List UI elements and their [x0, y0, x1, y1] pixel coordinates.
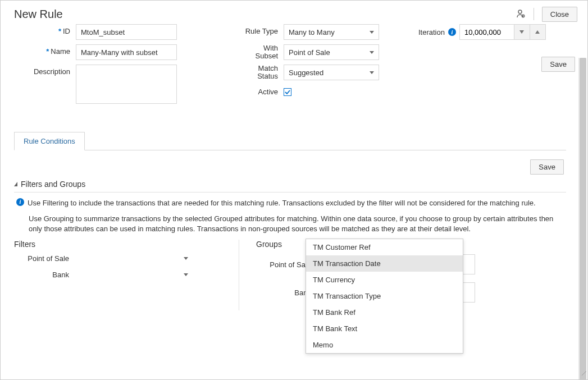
filter-pos-select[interactable] [76, 257, 188, 260]
iteration-decrement[interactable] [514, 25, 530, 39]
attribute-dropdown: TM Customer Ref TM Transaction Date TM C… [306, 239, 463, 354]
chevron-up-icon [535, 30, 540, 34]
iteration-spinner [459, 24, 546, 40]
filters-heading: Filters [14, 240, 216, 249]
iteration-increment[interactable] [530, 25, 545, 39]
dropdown-option[interactable]: TM Transaction Date [306, 255, 463, 272]
field-active: Active [244, 85, 385, 96]
dialog-content: Save *ID *Name Description [1, 24, 587, 377]
help-text-1: i Use Filtering to include the transacti… [16, 198, 564, 208]
field-rule-type: Rule Type Many to Many [244, 24, 385, 40]
chevron-down-icon [519, 30, 524, 34]
dropdown-option[interactable]: TM Currency [306, 272, 463, 288]
filter-point-of-sale: Point of Sale [14, 254, 216, 263]
svg-point-0 [518, 10, 522, 13]
divider [534, 8, 534, 20]
chevron-down-icon [370, 71, 374, 74]
id-label: *ID [14, 24, 76, 35]
chevron-down-icon [370, 51, 374, 54]
dialog-header: New Rule Close [1, 1, 587, 24]
collapse-icon [14, 182, 17, 186]
filter-pos-label: Point of Sale [14, 254, 76, 263]
filter-bank: Bank [14, 271, 216, 279]
tab-rule-conditions[interactable]: Rule Conditions [14, 132, 85, 150]
match-status-select[interactable]: Suggested [284, 65, 379, 80]
rule-conditions-panel: Save Filters and Groups i Use Filtering … [14, 150, 566, 310]
form-col-3: Iteration i [396, 24, 566, 108]
id-input[interactable] [76, 24, 177, 40]
resize-handle[interactable] [580, 369, 587, 377]
rule-type-select[interactable]: Many to Many [284, 24, 379, 40]
name-input[interactable] [76, 44, 177, 60]
field-with-subset: With Subset Point of Sale [244, 44, 385, 60]
with-subset-value: Point of Sale [289, 48, 330, 57]
iteration-input[interactable] [460, 25, 514, 39]
save-button-panel[interactable]: Save [530, 159, 564, 175]
scrollbar-track[interactable] [578, 58, 586, 380]
scrollbar-thumb[interactable] [580, 58, 586, 380]
description-label: Description [14, 65, 76, 76]
field-id: *ID [14, 24, 233, 40]
field-match-status: Match Status Suggested [244, 65, 385, 80]
with-subset-label: With Subset [244, 44, 284, 60]
filters-groups-row: Filters Point of Sale Bank [14, 240, 566, 310]
chevron-down-icon [184, 257, 188, 260]
close-button[interactable]: Close [542, 7, 577, 22]
form-col-1: *ID *Name Description [14, 24, 233, 108]
rule-type-label: Rule Type [244, 24, 284, 35]
field-iteration: Iteration i [418, 24, 566, 40]
match-status-label: Match Status [244, 65, 284, 80]
page-title: New Rule [14, 8, 63, 21]
field-name: *Name [14, 44, 233, 60]
scroll-area: *ID *Name Description Rule Type Many to [14, 24, 577, 369]
user-settings-icon[interactable] [516, 9, 526, 19]
info-icon: i [16, 198, 24, 206]
section-title-text: Filters and Groups [21, 180, 85, 189]
chevron-down-icon [184, 273, 188, 276]
name-label: *Name [14, 44, 76, 56]
description-input[interactable] [76, 65, 177, 104]
active-checkbox[interactable] [284, 88, 291, 96]
rule-type-value: Many to Many [289, 28, 335, 36]
help-text-2: Use Grouping to summarize transactions b… [29, 214, 564, 234]
field-description: Description [14, 65, 233, 104]
iteration-label: Iteration [418, 28, 445, 36]
with-subset-select[interactable]: Point of Sale [284, 44, 379, 60]
form-grid: *ID *Name Description Rule Type Many to [14, 24, 566, 108]
dropdown-option[interactable]: TM Bank Text [306, 321, 463, 337]
info-icon[interactable]: i [448, 28, 456, 36]
filters-column: Filters Point of Sale Bank [14, 240, 216, 310]
dropdown-option[interactable]: TM Transaction Type [306, 288, 463, 304]
chevron-down-icon [370, 31, 374, 34]
form-col-2: Rule Type Many to Many With Subset Point… [244, 24, 385, 108]
help-block: i Use Filtering to include the transacti… [14, 198, 566, 234]
match-status-value: Suggested [289, 68, 323, 77]
dropdown-option[interactable]: TM Bank Ref [306, 304, 463, 321]
filter-bank-label: Bank [14, 271, 76, 279]
active-label: Active [244, 85, 284, 96]
dropdown-option[interactable]: TM Customer Ref [306, 239, 463, 255]
tab-bar: Rule Conditions [14, 132, 566, 150]
dropdown-option[interactable]: Memo [306, 337, 463, 353]
header-actions: Close [516, 7, 577, 22]
filter-bank-select[interactable] [76, 273, 188, 276]
filters-groups-heading[interactable]: Filters and Groups [14, 180, 566, 193]
